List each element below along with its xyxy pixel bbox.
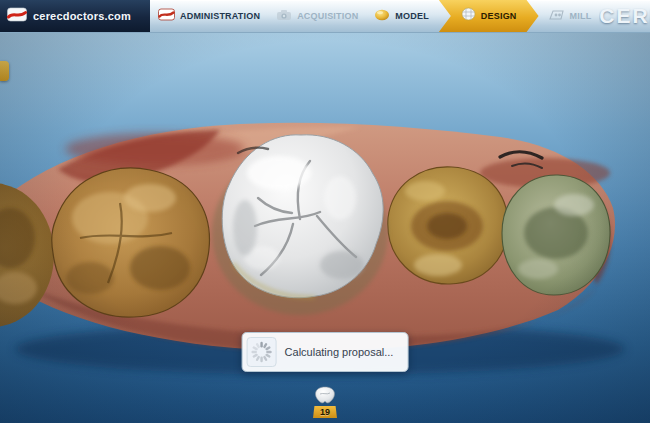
- tooth-right-premolar: [388, 167, 508, 284]
- tab-mill[interactable]: MILL: [541, 0, 600, 32]
- model-icon: [374, 7, 390, 25]
- progress-box: Calculating proposal...: [242, 332, 409, 372]
- tooth-left-molar: [52, 168, 210, 317]
- tab-label-acquisition: ACQUISITION: [297, 11, 358, 21]
- tab-label-design: DESIGN: [481, 11, 517, 21]
- tab-label-administration: ADMINISTRATION: [180, 11, 260, 21]
- tab-design[interactable]: DESIGN: [439, 0, 539, 32]
- brand-text: CERE: [599, 0, 650, 32]
- logo-text: cerecdoctors.com: [33, 10, 131, 22]
- spinner-icon: [247, 337, 277, 367]
- tooth-indicator[interactable]: 19: [313, 386, 337, 418]
- tab-label-model: MODEL: [395, 11, 429, 21]
- viewport-area: Calculating proposal... 19: [0, 33, 650, 423]
- app-window: cerecdoctors.com ADMINISTRATION: [0, 0, 650, 423]
- administration-icon: [158, 7, 175, 25]
- camera-icon: [276, 7, 292, 25]
- side-panel-handle[interactable]: [0, 61, 9, 81]
- logo-area[interactable]: cerecdoctors.com: [0, 0, 150, 32]
- cerecdoctors-logo-icon: [7, 7, 27, 26]
- mill-icon: [549, 7, 565, 25]
- tab-acquisition[interactable]: ACQUISITION: [268, 0, 366, 32]
- design-tooth-icon: [461, 7, 476, 25]
- tab-model[interactable]: MODEL: [366, 0, 437, 32]
- progress-message: Calculating proposal...: [285, 346, 404, 358]
- top-bar: cerecdoctors.com ADMINISTRATION: [0, 0, 650, 33]
- tooth-right-molar: [502, 175, 610, 295]
- tooth-icon: [313, 386, 337, 408]
- tab-administration[interactable]: ADMINISTRATION: [150, 0, 268, 32]
- tooth-number-badge: 19: [313, 406, 337, 418]
- workflow-tabbar: ADMINISTRATION ACQUISITION: [150, 0, 650, 32]
- tab-label-mill: MILL: [570, 11, 592, 21]
